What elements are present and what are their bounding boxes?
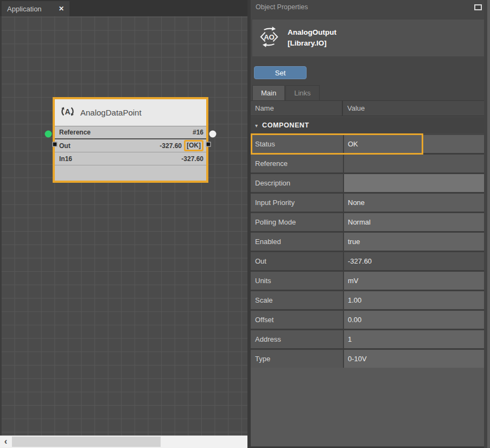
- property-row-out[interactable]: Out-327.60: [251, 252, 484, 270]
- property-row-reference[interactable]: Reference: [251, 155, 484, 172]
- column-header-name: Name: [251, 101, 343, 116]
- wiresheet-canvas[interactable]: A AnalogDataPoint Reference#16Out-327.60…: [0, 16, 247, 436]
- right-connection-pin[interactable]: [206, 142, 211, 147]
- block-row-label: Out: [59, 142, 71, 150]
- object-name: AnalogOutput: [288, 27, 336, 38]
- input-port-green[interactable]: [45, 131, 52, 138]
- block-row-value: -327.60: [181, 155, 203, 163]
- property-row-units[interactable]: UnitsmV: [251, 272, 484, 290]
- block-row-value: -327.60: [160, 142, 182, 150]
- property-row-status[interactable]: StatusOK: [251, 135, 484, 153]
- property-row-scale[interactable]: Scale1.00: [251, 291, 484, 309]
- property-name: Units: [251, 272, 343, 290]
- object-header-card: AO AnalogOutput [Library.IO]: [252, 20, 484, 56]
- property-value[interactable]: 1: [344, 330, 484, 348]
- property-value[interactable]: OK: [344, 135, 484, 153]
- property-name: Description: [251, 174, 343, 192]
- panel-title: Object Properties: [256, 3, 308, 11]
- property-row-enabled[interactable]: Enabledtrue: [251, 233, 484, 251]
- property-value[interactable]: 0.00: [344, 311, 484, 329]
- block-row-in16[interactable]: In16-327.60: [55, 152, 206, 165]
- block-rows: Reference#16Out-327.60[OK]In16-327.60: [55, 126, 206, 165]
- property-row-address[interactable]: Address1: [251, 330, 484, 348]
- block-title: AnalogDataPoint: [80, 108, 142, 117]
- tab-main[interactable]: Main: [252, 85, 285, 100]
- analog-datapoint-block[interactable]: A AnalogDataPoint Reference#16Out-327.60…: [53, 97, 208, 183]
- property-name: Enabled: [251, 233, 343, 251]
- block-row-out[interactable]: Out-327.60[OK]: [55, 139, 206, 152]
- block-row-label: Reference: [59, 129, 91, 136]
- table-header: Name Value: [251, 100, 484, 116]
- window-right-border: [487, 0, 490, 448]
- set-button[interactable]: Set: [254, 66, 307, 79]
- property-name: Status: [251, 135, 343, 153]
- property-value[interactable]: mV: [344, 272, 484, 290]
- property-value[interactable]: 1.00: [344, 291, 484, 309]
- document-tabbar: Application ✕: [0, 0, 247, 16]
- property-value[interactable]: [344, 155, 484, 172]
- property-value[interactable]: true: [344, 233, 484, 251]
- output-port-white[interactable]: [209, 131, 217, 138]
- tab-links[interactable]: Links: [285, 85, 319, 100]
- block-row-reference[interactable]: Reference#16: [55, 126, 206, 139]
- property-value[interactable]: [344, 174, 484, 192]
- property-value[interactable]: Normal: [344, 213, 484, 231]
- property-row-type[interactable]: Type0-10V: [251, 350, 484, 368]
- panel-tabs: Main Links: [252, 85, 320, 100]
- tab-application-label: Application: [7, 5, 42, 13]
- property-name: Polling Mode: [251, 213, 343, 231]
- scroll-left-icon[interactable]: ‹: [0, 436, 11, 448]
- property-name: Address: [251, 330, 343, 348]
- object-properties-panel: Object Properties AO AnalogOutput [Libra…: [251, 0, 490, 448]
- analog-cycle-icon: A: [60, 104, 75, 121]
- horizontal-scrollbar[interactable]: ‹: [0, 436, 247, 448]
- svg-text:AO: AO: [264, 33, 275, 41]
- application-window: Application ✕ A An: [0, 0, 490, 448]
- property-value[interactable]: 0-10V: [344, 350, 484, 368]
- property-rows: StatusOKReferenceDescriptionInput Priori…: [251, 135, 484, 368]
- svg-text:A: A: [65, 107, 70, 116]
- property-row-polling-mode[interactable]: Polling ModeNormal: [251, 213, 484, 231]
- block-row-value: #16: [193, 129, 203, 136]
- window-restore-icon[interactable]: [474, 4, 482, 10]
- scrollbar-thumb[interactable]: [12, 437, 161, 447]
- property-value[interactable]: None: [344, 194, 484, 212]
- object-library: [Library.IO]: [288, 38, 336, 49]
- property-row-offset[interactable]: Offset0.00: [251, 311, 484, 329]
- section-component[interactable]: ▾ COMPONENT: [251, 117, 484, 133]
- property-name: Offset: [251, 311, 343, 329]
- property-name: Out: [251, 252, 343, 270]
- close-icon[interactable]: ✕: [59, 5, 64, 12]
- section-label: COMPONENT: [262, 121, 309, 129]
- status-ok-badge: [OK]: [184, 140, 203, 151]
- property-name: Type: [251, 350, 343, 368]
- property-row-input-priority[interactable]: Input PriorityNone: [251, 194, 484, 212]
- tab-application[interactable]: Application ✕: [2, 1, 69, 16]
- left-connection-pin[interactable]: [53, 142, 58, 147]
- property-name: Input Priority: [251, 194, 343, 212]
- wiresheet-pane: Application ✕ A An: [0, 0, 247, 448]
- block-row-label: In16: [59, 155, 72, 163]
- panel-empty-area: [251, 368, 484, 446]
- property-value[interactable]: -327.60: [344, 252, 484, 270]
- property-row-description[interactable]: Description: [251, 174, 484, 192]
- analog-output-icon: AO: [258, 25, 281, 50]
- block-header: A AnalogDataPoint: [55, 99, 206, 126]
- collapse-triangle-icon: ▾: [255, 123, 258, 129]
- column-header-value: Value: [343, 101, 484, 116]
- property-name: Reference: [251, 155, 343, 172]
- canvas-left-edge: [0, 16, 2, 436]
- property-name: Scale: [251, 291, 343, 309]
